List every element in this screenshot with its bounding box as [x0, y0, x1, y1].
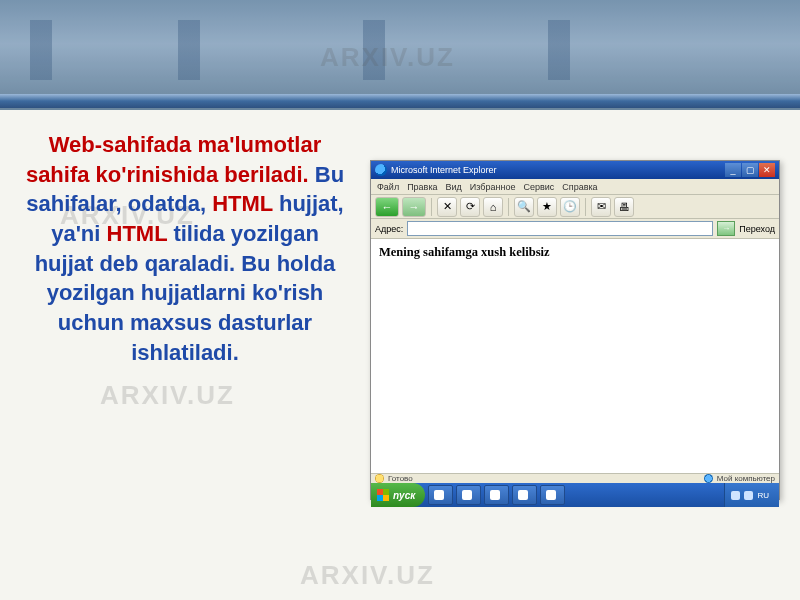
- page-viewport[interactable]: Mening sahifamga xush kelibsiz: [371, 239, 779, 473]
- history-button[interactable]: 🕒: [560, 197, 580, 217]
- page-heading-text: Mening sahifamga xush kelibsiz: [379, 245, 771, 260]
- window-title: Microsoft Internet Explorer: [391, 165, 497, 175]
- window-titlebar[interactable]: Microsoft Internet Explorer _ ▢ ✕: [371, 161, 779, 179]
- mail-button[interactable]: ✉: [591, 197, 611, 217]
- close-button[interactable]: ✕: [759, 163, 775, 177]
- security-zone-icon: [704, 474, 713, 483]
- print-button[interactable]: 🖶: [614, 197, 634, 217]
- watermark: ARXIV.UZ: [100, 380, 235, 411]
- tray-icon[interactable]: [744, 491, 753, 500]
- search-button[interactable]: 🔍: [514, 197, 534, 217]
- taskbar-app-icon: [518, 490, 528, 500]
- menu-view[interactable]: Вид: [446, 182, 462, 192]
- go-button[interactable]: →: [717, 221, 735, 236]
- watermark: ARXIV.UZ: [300, 560, 435, 591]
- security-zone-text: Мой компьютер: [717, 474, 775, 483]
- start-button[interactable]: пуск: [371, 483, 425, 507]
- header-divider-bar: [0, 94, 800, 108]
- status-done-icon: [375, 474, 384, 483]
- taskbar-item[interactable]: [512, 485, 537, 505]
- taskbar-app-icon: [434, 490, 444, 500]
- address-label: Адрес:: [375, 224, 403, 234]
- minimize-button[interactable]: _: [725, 163, 741, 177]
- windows-taskbar: пуск RU: [371, 483, 779, 507]
- stop-button[interactable]: ✕: [437, 197, 457, 217]
- internet-explorer-icon: [375, 164, 387, 176]
- menu-file[interactable]: Файл: [377, 182, 399, 192]
- links-label[interactable]: Переход: [739, 224, 775, 234]
- forward-button[interactable]: →: [402, 197, 426, 217]
- maximize-button[interactable]: ▢: [742, 163, 758, 177]
- taskbar-item[interactable]: [540, 485, 565, 505]
- start-label: пуск: [393, 490, 415, 501]
- navigation-toolbar: ← → ✕ ⟳ ⌂ 🔍 ★ 🕒 ✉ 🖶: [371, 195, 779, 219]
- toolbar-separator: [431, 198, 432, 216]
- toolbar-separator: [585, 198, 586, 216]
- taskbar-app-icon: [546, 490, 556, 500]
- tray-icon[interactable]: [731, 491, 740, 500]
- toolbar-separator: [508, 198, 509, 216]
- back-button[interactable]: ←: [375, 197, 399, 217]
- favorites-button[interactable]: ★: [537, 197, 557, 217]
- menu-bar: Файл Правка Вид Избранное Сервис Справка: [371, 179, 779, 195]
- taskbar-app-icon: [462, 490, 472, 500]
- status-text: Готово: [388, 474, 413, 483]
- slide-text-html-2: HTML: [107, 221, 168, 246]
- taskbar-item[interactable]: [428, 485, 453, 505]
- refresh-button[interactable]: ⟳: [460, 197, 480, 217]
- menu-tools[interactable]: Сервис: [523, 182, 554, 192]
- taskbar-app-icon: [490, 490, 500, 500]
- address-input[interactable]: [407, 221, 713, 236]
- browser-window: Microsoft Internet Explorer _ ▢ ✕ Файл П…: [370, 160, 780, 500]
- menu-favorites[interactable]: Избранное: [470, 182, 516, 192]
- menu-edit[interactable]: Правка: [407, 182, 437, 192]
- address-bar: Адрес: → Переход: [371, 219, 779, 239]
- slide-body-text: Web-sahifada ma'lumotlar sahifa ko'rinis…: [20, 130, 350, 368]
- home-button[interactable]: ⌂: [483, 197, 503, 217]
- slide-text-red-1: Web-sahifada ma'lumotlar sahifa ko'rinis…: [26, 132, 321, 187]
- language-indicator[interactable]: RU: [757, 491, 769, 500]
- system-tray[interactable]: RU: [724, 483, 779, 507]
- taskbar-item[interactable]: [484, 485, 509, 505]
- taskbar-item[interactable]: [456, 485, 481, 505]
- slide-text-html-1: HTML: [212, 191, 273, 216]
- status-bar: Готово Мой компьютер: [371, 473, 779, 483]
- windows-logo-icon: [377, 489, 389, 501]
- menu-help[interactable]: Справка: [562, 182, 597, 192]
